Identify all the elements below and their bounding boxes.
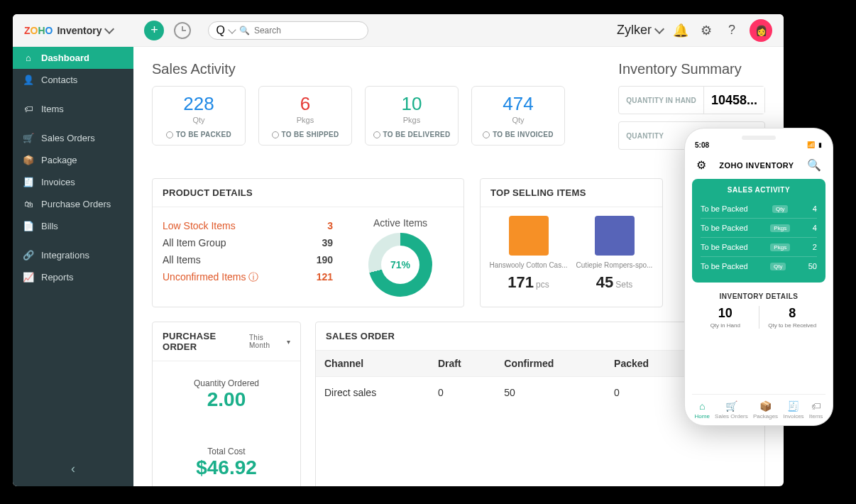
po-qty: 2.00 [163, 388, 290, 411]
mobile-preview: 5:08 📶 ▮ ⚙ ZOHO INVENTORY 🔍 SALES ACTIVI… [684, 128, 833, 426]
gear-icon[interactable]: ⚙ [698, 23, 714, 38]
sidebar-item-label: Purchase Orders [41, 199, 111, 209]
app-window: ZOHO Inventory + Q 🔍 Zylker 🔔 ⚙ ? 👩 ⌂Das… [13, 14, 784, 486]
product-detail-row[interactable]: Unconfirmed Items ⓘ121 [163, 268, 333, 287]
sidebar-item-label: Package [41, 155, 77, 165]
mobile-inv-cell: 8Qty to be Received [759, 306, 826, 329]
sidebar-item-label: Invoices [41, 177, 75, 187]
check-circle-icon [272, 131, 279, 138]
inventory-summary-title: Inventory Summary [618, 61, 765, 77]
mobile-tab-sales-orders[interactable]: 🛒Sales Orders [715, 400, 748, 420]
sidebar-item-integrations[interactable]: 🔗Integrations [13, 244, 133, 266]
sidebar-icon: 🔗 [23, 250, 34, 261]
company-selector[interactable]: Zylker [617, 23, 663, 38]
brand-logo[interactable]: ZOHO Inventory [24, 25, 113, 36]
top-selling-item[interactable]: Cutiepie Rompers-spo...45Sets [575, 216, 654, 292]
sidebar-icon: 📄 [23, 221, 34, 231]
sidebar-item-label: Contacts [41, 75, 77, 85]
sidebar-item-reports[interactable]: 📈Reports [13, 266, 133, 288]
mobile-activity-row[interactable]: To be PackedPkgs2 [701, 237, 817, 256]
tab-icon: ⌂ [695, 400, 710, 412]
sidebar-collapse[interactable]: ‹ [13, 451, 133, 486]
active-items-label: Active Items [347, 217, 454, 229]
quick-add-button[interactable]: + [144, 21, 164, 40]
search-bar[interactable]: Q 🔍 [208, 21, 368, 40]
search-icon: 🔍 [239, 26, 250, 35]
mobile-activity-row[interactable]: To be PackedPkgs4 [701, 218, 817, 237]
mobile-activity-row[interactable]: To be PackedQty50 [701, 256, 817, 275]
sales-card[interactable]: 10PkgsTO BE DELIVERED [365, 86, 459, 146]
tab-icon: 🧾 [783, 400, 803, 412]
brand-product: Inventory [57, 25, 101, 36]
avatar[interactable]: 👩 [750, 19, 772, 42]
sales-card[interactable]: 228QtyTO BE PACKED [152, 86, 246, 146]
chevron-down-icon [654, 24, 664, 34]
sidebar-item-label: Items [41, 104, 64, 114]
product-detail-row[interactable]: All Item Group39 [163, 234, 333, 251]
check-circle-icon [373, 131, 380, 138]
panel-header: PRODUCT DETAILS [153, 179, 463, 207]
sidebar-icon: 🛍 [23, 199, 34, 209]
mobile-tab-invoices[interactable]: 🧾Invoices [783, 400, 803, 420]
sidebar-item-label: Reports [41, 272, 74, 283]
help-icon[interactable]: ? [724, 23, 740, 38]
sidebar-item-sales-orders[interactable]: 🛒Sales Orders [13, 127, 133, 149]
product-thumb [509, 216, 549, 256]
po-cost: $46.92 [163, 456, 290, 479]
search-icon[interactable]: 🔍 [807, 158, 821, 172]
mobile-inv-cell: 10Qty in Hand [692, 306, 759, 329]
search-scope: Q [216, 24, 224, 37]
sidebar-icon: 🏷 [23, 104, 34, 114]
tab-icon: 📦 [753, 400, 778, 412]
sidebar-icon: 🛒 [23, 133, 34, 143]
mobile-activity-row[interactable]: To be PackedQty4 [701, 199, 817, 218]
sidebar-item-contacts[interactable]: 👤Contacts [13, 69, 133, 91]
mobile-tab-packages[interactable]: 📦Packages [753, 400, 778, 420]
chevron-down-icon[interactable] [228, 26, 236, 33]
product-thumb [595, 216, 635, 256]
tab-icon: 🛒 [715, 400, 748, 412]
sidebar-item-items[interactable]: 🏷Items [13, 98, 133, 120]
phone-time: 5:08 [695, 141, 709, 149]
sidebar-icon: 👤 [23, 75, 34, 85]
top-selling-item[interactable]: Hanswooly Cotton Cas...171pcs [489, 216, 568, 292]
gear-icon[interactable]: ⚙ [696, 158, 706, 172]
sidebar-item-bills[interactable]: 📄Bills [13, 215, 133, 237]
bell-icon[interactable]: 🔔 [673, 23, 688, 38]
sidebar-item-purchase-orders[interactable]: 🛍Purchase Orders [13, 193, 133, 215]
mobile-tab-home[interactable]: ⌂Home [695, 400, 710, 420]
sidebar-icon: ⌂ [23, 53, 34, 63]
sidebar-icon: 📈 [23, 272, 34, 283]
sales-card[interactable]: 6PkgsTO BE SHIPPED [258, 86, 352, 146]
sidebar-item-label: Integrations [41, 250, 89, 261]
sidebar-item-label: Dashboard [41, 53, 89, 63]
sidebar-item-invoices[interactable]: 🧾Invoices [13, 171, 133, 193]
inventory-summary-row: QUANTITY IN HAND10458... [618, 86, 765, 114]
sales-card[interactable]: 474QtyTO BE INVOICED [471, 86, 565, 146]
sidebar-item-label: Sales Orders [41, 133, 95, 143]
sidebar-icon: 📦 [23, 155, 34, 165]
product-detail-row[interactable]: All Items190 [163, 251, 333, 268]
check-circle-icon [483, 131, 490, 138]
sidebar-icon: 🧾 [23, 177, 34, 187]
mobile-tab-items[interactable]: 🏷Items [809, 400, 823, 420]
purchase-order-panel: PURCHASE ORDER This Month▾ Quantity Orde… [152, 322, 301, 486]
tab-icon: 🏷 [809, 400, 823, 412]
sidebar-item-package[interactable]: 📦Package [13, 149, 133, 171]
history-icon[interactable] [174, 22, 191, 39]
range-selector[interactable]: This Month▾ [249, 334, 290, 349]
sidebar-item-label: Bills [41, 221, 58, 231]
check-circle-icon [166, 131, 173, 138]
mobile-sales-card: SALES ACTIVITY To be PackedQty4To be Pac… [692, 179, 825, 283]
product-detail-row[interactable]: Low Stock Items3 [163, 217, 333, 234]
sidebar: ⌂Dashboard👤Contacts🏷Items🛒Sales Orders📦P… [13, 47, 133, 486]
sidebar-item-dashboard[interactable]: ⌂Dashboard [13, 47, 133, 69]
sales-activity-title: Sales Activity [152, 61, 592, 77]
panel-header: TOP SELLING ITEMS [481, 179, 662, 207]
search-input[interactable] [254, 26, 361, 35]
chevron-down-icon [104, 24, 114, 34]
phone-signal-icon: 📶 ▮ [807, 141, 823, 148]
product-details-panel: PRODUCT DETAILS Low Stock Items3All Item… [152, 178, 464, 307]
topbar: ZOHO Inventory + Q 🔍 Zylker 🔔 ⚙ ? 👩 [13, 14, 784, 47]
donut-chart: 71% [368, 233, 432, 297]
